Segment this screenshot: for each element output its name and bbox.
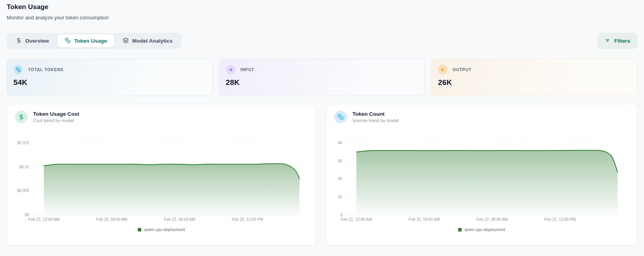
legend-label: qwen-cpu-deployment	[144, 227, 185, 232]
y-tick-label: 1K	[338, 195, 343, 199]
x-tick-label: Feb 22, 04:00 AM	[409, 217, 440, 222]
coins-icon	[13, 65, 23, 74]
filters-button[interactable]: Filters	[597, 33, 637, 49]
x-tick-label: Feb 22, 08:00 AM	[477, 217, 508, 222]
x-tick-label: Feb 22, 08:00 AM	[164, 217, 195, 222]
legend-item[interactable]: qwen-cpu-deployment	[326, 227, 637, 232]
y-tick-label: $0	[25, 213, 29, 217]
page-title: Token Usage	[7, 3, 637, 11]
x-axis: Feb 22, 12:00 AMFeb 22, 04:00 AMFeb 22, …	[345, 215, 618, 224]
tab-overview[interactable]: Overview	[8, 34, 56, 47]
tab-bar: Overview Token Usage Model Analytics	[7, 33, 182, 49]
tab-token-usage[interactable]: Token Usage	[57, 34, 114, 47]
chart-area-cost: $0$0.005$0.01$0.015 Feb 22, 12:00 AMFeb …	[7, 138, 316, 232]
stat-card-total-tokens: TOTAL TOKENS 54K	[7, 59, 213, 96]
token-usage-page: Token Usage Monitor and analyze your tok…	[0, 0, 644, 246]
y-tick-label: 3K	[338, 159, 343, 163]
tab-label: Overview	[25, 38, 49, 44]
y-tick-label: $0.005	[17, 188, 29, 193]
area-chart-cost	[32, 138, 316, 215]
x-axis: Feb 22, 12:00 AMFeb 22, 04:00 AMFeb 22, …	[32, 215, 300, 224]
stat-card-input: INPUT 28K	[219, 59, 425, 96]
x-tick-label: Feb 22, 12:00 AM	[341, 217, 372, 222]
stat-value: 28K	[226, 78, 418, 87]
charts-row: Token Usage Cost Cost trend by model $0$…	[7, 104, 637, 246]
coins-icon	[334, 111, 347, 123]
x-tick-label: Feb 22, 04:00 AM	[96, 217, 127, 222]
stat-label: OUTPUT	[453, 67, 472, 72]
legend-label: qwen-cpu-deployment	[464, 227, 505, 232]
stat-label: INPUT	[240, 67, 255, 72]
coins-icon	[65, 38, 71, 45]
page-subtitle: Monitor and analyze your token consumpti…	[7, 15, 637, 21]
filter-icon	[605, 38, 610, 45]
chart-card-token-usage-cost: Token Usage Cost Cost trend by model $0$…	[7, 104, 316, 246]
x-tick-label: Feb 22, 12:00 PM	[232, 217, 263, 222]
chart-subtitle: Cost trend by model	[33, 118, 79, 123]
tab-model-analytics[interactable]: Model Analytics	[115, 34, 180, 47]
x-tick-label: Feb 22, 12:00 PM	[544, 217, 576, 222]
stats-row: TOTAL TOKENS 54K INPUT 28K OUTPUT 26K	[7, 59, 637, 96]
y-tick-label: $0.015	[17, 141, 29, 145]
stat-value: 54K	[13, 78, 206, 87]
legend-swatch	[138, 228, 141, 232]
stat-value: 26K	[438, 78, 631, 87]
y-axis: $0$0.005$0.01$0.015	[7, 138, 32, 215]
x-tick-label: Feb 22, 12:00 AM	[28, 217, 60, 222]
y-tick-label: 2K	[338, 177, 343, 181]
y-axis: 01K2K3K4K	[326, 138, 345, 215]
stat-label: TOTAL TOKENS	[28, 67, 64, 72]
y-tick-label: 0	[340, 213, 343, 217]
layers-icon	[123, 38, 129, 45]
dollar-icon	[15, 111, 28, 123]
chart-area-count: 01K2K3K4K Feb 22, 12:00 AMFeb 22, 04:00 …	[326, 138, 637, 232]
y-tick-label: $0.01	[19, 165, 29, 169]
legend-swatch	[458, 228, 462, 232]
y-tick-label: 4K	[338, 141, 343, 145]
arrow-right-icon	[226, 65, 235, 74]
legend-item[interactable]: qwen-cpu-deployment	[7, 227, 316, 232]
dollar-icon	[16, 38, 22, 45]
tab-label: Token Usage	[74, 38, 107, 44]
chart-title: Token Count	[352, 111, 399, 117]
chart-subtitle: Volume trend by model	[352, 118, 399, 123]
chart-title: Token Usage Cost	[33, 111, 79, 117]
chart-card-token-count: Token Count Volume trend by model 01K2K3…	[326, 104, 637, 246]
area-chart-count	[345, 138, 637, 215]
arrow-left-icon	[438, 65, 447, 74]
stat-card-output: OUTPUT 26K	[431, 59, 637, 96]
filters-label: Filters	[614, 38, 630, 44]
tab-label: Model Analytics	[132, 38, 172, 44]
tab-row: Overview Token Usage Model Analytics Fil…	[7, 33, 637, 49]
